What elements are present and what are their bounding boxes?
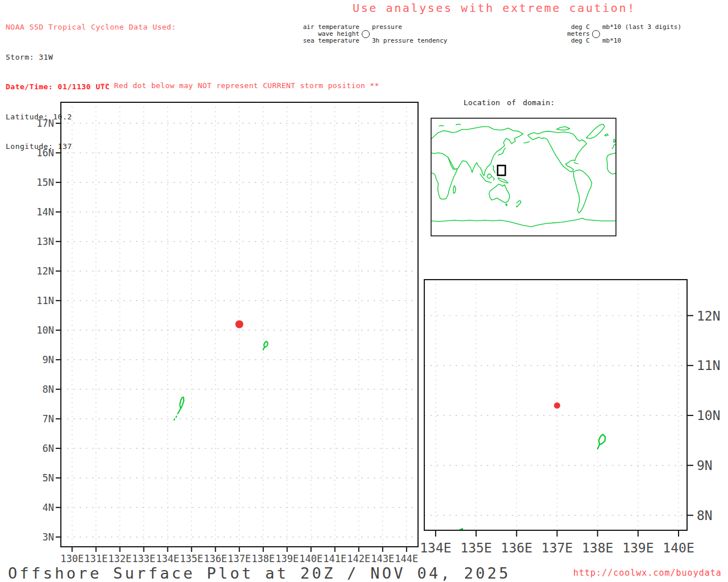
lat-tick-label: 10N [36, 325, 54, 336]
island-coastline [177, 409, 180, 414]
lon-tick-label: 135E [460, 541, 491, 555]
lon-tick-label: 137E [541, 541, 573, 555]
lat-tick-label: 14N [36, 206, 54, 218]
lon-tick-label: 143E [371, 553, 394, 564]
coastline-path [605, 134, 608, 136]
coastline-path [489, 184, 510, 202]
lon-tick-label: 132E [108, 553, 131, 564]
island-coastline [176, 416, 177, 417]
lon-tick-label: 140E [299, 553, 322, 564]
storm-position-dot [235, 320, 243, 328]
lon-tick-label: 138E [582, 541, 613, 555]
lat-tick-label: 6N [43, 443, 54, 454]
lon-tick-label: 136E [501, 541, 532, 555]
coastline-path [528, 131, 587, 172]
coastline-path [614, 139, 616, 143]
coastline-path [556, 127, 570, 130]
lon-tick-label: 142E [347, 553, 370, 564]
island-coastlines [174, 342, 268, 420]
coastline-path [439, 126, 444, 126]
coastline-path [453, 185, 456, 193]
coastline-path [431, 127, 523, 176]
coastline-path [586, 124, 605, 138]
lat-tick-label: 12N [697, 309, 721, 323]
axis-ticks-and-labels: 134E135E136E137E138E139E140E12N11N10N9N8… [420, 309, 720, 555]
coastline-path [574, 163, 578, 164]
island-coastline [180, 397, 184, 408]
lat-tick-label: 4N [43, 502, 54, 513]
coastline-path [516, 201, 521, 207]
lat-tick-label: 11N [697, 358, 721, 373]
island-coastline [174, 419, 175, 420]
storm-position-dot [554, 402, 560, 409]
coastline-path [456, 124, 461, 124]
coastline-path [506, 204, 507, 206]
world-coastlines [431, 124, 616, 227]
buoydata-url-link[interactable]: http://coolwx.com/buoydata [573, 568, 722, 578]
lat-tick-label: 11N [36, 295, 54, 306]
lon-tick-label: 137E [228, 553, 251, 564]
lon-tick-label: 139E [622, 541, 653, 555]
lat-tick-label: 12N [36, 265, 54, 277]
coastline-path [524, 142, 530, 143]
offshore-surface-plot-page: NOAA SSD Tropical Cyclone Data Used: Sto… [0, 0, 728, 582]
lat-tick-label: 13N [36, 236, 54, 247]
plots-canvas: 130E131E132E133E134E135E136E137E138E139E… [0, 0, 728, 582]
lon-tick-label: 134E [156, 553, 179, 564]
lon-tick-label: 131E [84, 553, 107, 564]
lon-tick-label: 138E [251, 553, 275, 564]
zoom-domain-plot: 134E135E136E137E138E139E140E12N11N10N9N8… [420, 280, 720, 567]
lat-tick-label: 8N [43, 384, 54, 395]
island-coastline [263, 342, 268, 350]
axis-ticks-and-labels: 130E131E132E133E134E135E136E137E138E139E… [36, 118, 418, 564]
lon-tick-label: 136E [204, 553, 227, 564]
island-coastline [450, 561, 451, 563]
plot-title: Offshore Surface Plot at 20Z / NOV 04, 2… [8, 564, 511, 582]
lon-tick-label: 141E [323, 553, 346, 564]
coastline-path [612, 144, 616, 149]
lat-tick-label: 9N [43, 354, 54, 365]
island-coastline [453, 548, 458, 557]
coastline-path [498, 178, 508, 183]
coastline-path [492, 176, 494, 180]
lat-tick-label: 7N [43, 413, 54, 425]
coastline-path [573, 170, 592, 213]
coastline-path [498, 148, 506, 156]
lat-tick-label: 17N [36, 118, 54, 129]
coastline-path [431, 218, 616, 227]
lon-tick-label: 144E [395, 553, 418, 564]
lon-tick-label: 133E [132, 553, 155, 564]
coastline-path [487, 174, 491, 178]
lat-tick-label: 3N [43, 531, 54, 543]
coastline-path [607, 153, 616, 174]
lon-tick-label: 140E [663, 541, 694, 555]
lat-tick-label: 9N [697, 458, 713, 473]
lon-tick-label: 130E [60, 553, 84, 564]
main-domain-plot: 130E131E132E133E134E135E136E137E138E139E… [36, 102, 418, 564]
coastline-path [493, 165, 495, 173]
lon-tick-label: 134E [420, 541, 451, 555]
lat-tick-label: 15N [36, 177, 54, 188]
island-coastline [598, 434, 606, 449]
lon-tick-label: 135E [180, 553, 203, 564]
lat-tick-label: 8N [697, 508, 713, 523]
lat-tick-label: 16N [36, 147, 54, 159]
inset-world-map [431, 118, 616, 236]
lat-tick-label: 5N [43, 472, 54, 484]
domain-location-box [498, 165, 505, 175]
lon-tick-label: 139E [275, 553, 299, 564]
lat-tick-label: 10N [697, 408, 721, 423]
